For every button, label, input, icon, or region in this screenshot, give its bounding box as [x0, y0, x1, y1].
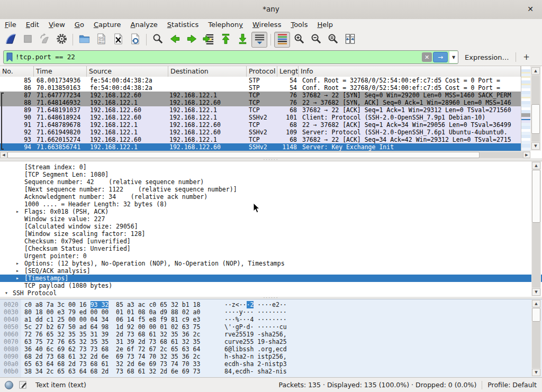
scroll-left-icon[interactable]: ◀: [0, 152, 7, 158]
detail-line[interactable]: [Checksum Status: Unverified]: [0, 245, 542, 252]
menu-analyze[interactable]: Analyze: [126, 19, 162, 31]
capture-options-button[interactable]: [53, 32, 69, 48]
expert-info-icon[interactable]: [5, 381, 13, 389]
hex-row[interactable]: 00b038 34 2c 65 63 64 68 2d 73 68 61 32 …: [0, 368, 542, 375]
colorize-button[interactable]: [274, 32, 290, 48]
expander-closed-icon[interactable]: ▸: [16, 260, 19, 267]
column-header-destination[interactable]: Destination: [168, 66, 247, 77]
packet-row[interactable]: 8871.648146932192.168.122.1192.168.122.6…: [0, 99, 521, 106]
scroll-up-icon[interactable]: ▲: [532, 162, 540, 169]
scroll-up-icon[interactable]: ▲: [532, 300, 540, 307]
column-header-length[interactable]: Length: [277, 66, 299, 77]
hex-row[interactable]: 00a065 63 64 68 2d 73 68 61 32 2d 6e 69 …: [0, 360, 542, 368]
detail-line[interactable]: Urgent pointer: 0: [0, 252, 542, 260]
stop-capture-button[interactable]: [20, 32, 35, 48]
packet-row[interactable]: 9271.661949820192.168.122.1192.168.122.6…: [0, 129, 521, 136]
scroll-thumb[interactable]: [532, 308, 540, 322]
detail-line[interactable]: [Window size scaling factor: 128]: [0, 230, 542, 238]
scroll-down-icon[interactable]: ▼: [532, 288, 540, 296]
packet-row[interactable]: 9171.648789678192.168.122.1192.168.122.6…: [0, 121, 521, 129]
hex-row[interactable]: 009068 2d 73 68 61 32 2d 6e 69 73 74 70 …: [0, 353, 542, 360]
reload-file-button[interactable]: [127, 32, 143, 48]
expander-open-icon[interactable]: ▾: [5, 289, 8, 297]
expander-closed-icon[interactable]: ▸: [16, 267, 19, 275]
auto-scroll-button[interactable]: [251, 32, 267, 48]
detail-line[interactable]: ▸[SEQ/ACK analysis]: [0, 267, 542, 275]
detail-line[interactable]: 1000 .... = Header Length: 32 bytes (8): [0, 200, 542, 208]
hex-vscrollbar[interactable]: ▲ ▼: [531, 299, 541, 377]
capture-comment-icon[interactable]: [19, 381, 27, 389]
menu-file[interactable]: File: [0, 19, 21, 31]
filter-expression-text[interactable]: !tcp.port == 22: [15, 51, 422, 63]
filter-dropdown-icon[interactable]: ▼: [449, 51, 458, 63]
menu-telephony[interactable]: Telephony: [203, 19, 248, 31]
detail-line[interactable]: TCP payload (1080 bytes): [0, 282, 542, 289]
packet-row[interactable]: 8568.001734936fe:54:00:d4:38:2aSTP54Conf…: [0, 77, 521, 84]
menu-edit[interactable]: Edit: [21, 19, 44, 31]
scroll-thumb[interactable]: [531, 104, 540, 134]
hex-row[interactable]: 0040a1 dd c1 25 00 00 04 34 06 14 f5 e8 …: [0, 316, 542, 323]
status-profile[interactable]: Profile: Default: [487, 381, 542, 389]
intelligent-scrollbar-minimap[interactable]: [521, 66, 530, 151]
detail-line[interactable]: Sequence number: 42 (relative sequence n…: [0, 178, 542, 186]
column-header-time[interactable]: Time: [34, 66, 87, 77]
column-header-source[interactable]: Source: [87, 66, 168, 77]
detail-line[interactable]: [Next sequence number: 1122 (relative se…: [0, 186, 542, 193]
go-first-button[interactable]: [218, 32, 233, 48]
menu-go[interactable]: Go: [70, 19, 89, 31]
detail-line[interactable]: Checksum: 0x79ed [unverified]: [0, 238, 542, 245]
menu-tools[interactable]: Tools: [286, 19, 312, 31]
go-forward-button[interactable]: [184, 32, 200, 48]
expander-closed-icon[interactable]: ▸: [16, 208, 19, 215]
go-back-button[interactable]: [167, 32, 183, 48]
start-capture-button[interactable]: [3, 32, 19, 48]
scroll-right-icon[interactable]: ▶: [523, 152, 530, 158]
zoom-reset-button[interactable]: [325, 32, 341, 48]
hex-row[interactable]: 007063 75 72 76 65 32 35 35 31 39 2d 73 …: [0, 338, 542, 345]
bookmark-icon[interactable]: [4, 51, 15, 63]
packet-row[interactable]: 9471.663856741192.168.122.1192.168.122.6…: [0, 143, 521, 151]
packet-list-vscrollbar[interactable]: ▲ ▼: [530, 66, 541, 151]
filter-clear-icon[interactable]: ✕: [422, 52, 432, 62]
close-icon[interactable]: ✕: [524, 0, 537, 19]
detail-line[interactable]: Window size value: 227: [0, 215, 542, 223]
menu-view[interactable]: View: [44, 19, 70, 31]
zoom-in-button[interactable]: [291, 32, 307, 48]
display-filter-input[interactable]: !tcp.port == 22 ✕ → ▼: [3, 50, 458, 64]
scroll-track[interactable]: [532, 322, 540, 368]
menu-capture[interactable]: Capture: [89, 19, 126, 31]
go-last-button[interactable]: [234, 32, 250, 48]
detail-line[interactable]: ▸Flags: 0x018 (PSH, ACK): [0, 208, 542, 215]
close-file-button[interactable]: [110, 32, 126, 48]
scroll-track[interactable]: [532, 223, 540, 288]
save-file-button[interactable]: 010101100011: [93, 32, 109, 48]
filter-apply-icon[interactable]: →: [433, 52, 448, 62]
detail-line[interactable]: [Stream index: 0]: [0, 163, 542, 171]
scroll-down-icon[interactable]: ▼: [531, 142, 540, 150]
scroll-down-icon[interactable]: ▼: [532, 369, 540, 376]
details-vscrollbar[interactable]: ▲ ▼: [531, 161, 541, 296]
scroll-thumb[interactable]: [532, 170, 540, 223]
go-to-packet-button[interactable]: [201, 32, 216, 48]
packet-row[interactable]: 9371.662015274192.168.122.60192.168.122.…: [0, 136, 521, 143]
open-file-button[interactable]: [76, 32, 92, 48]
menu-wireless[interactable]: Wireless: [248, 19, 286, 31]
restart-capture-button[interactable]: [37, 32, 52, 48]
column-header-info[interactable]: Info: [299, 66, 521, 77]
hex-row[interactable]: 008036 40 6c 69 62 73 73 68 2e 6f 72 67 …: [0, 345, 542, 353]
detail-line[interactable]: ▸Options: (12 bytes), No-Operation (NOP)…: [0, 260, 542, 267]
scroll-thumb[interactable]: [7, 152, 480, 158]
expander-closed-icon[interactable]: ▸: [16, 275, 19, 282]
detail-line[interactable]: [TCP Segment Len: 1080]: [0, 171, 542, 178]
zoom-out-button[interactable]: [308, 32, 324, 48]
resize-columns-button[interactable]: [342, 32, 358, 48]
hex-row[interactable]: 00505c 27 b2 67 50 ad 64 98 1d 92 00 00 …: [0, 323, 542, 331]
add-filter-button[interactable]: +: [521, 52, 532, 62]
detail-line[interactable]: Acknowledgment number: 34 (relative ack …: [0, 193, 542, 200]
packet-row[interactable]: 8771.647777234192.168.122.60192.168.122.…: [0, 92, 521, 99]
menu-statistics[interactable]: Statistics: [162, 19, 203, 31]
detail-line[interactable]: [Calculated window size: 29056]: [0, 223, 542, 230]
hex-row[interactable]: 0020c0 a8 7a 3c 00 16 93 32 85 a3 ac c0 …: [0, 301, 542, 308]
scroll-up-icon[interactable]: ▲: [531, 67, 540, 75]
hex-row[interactable]: 006072 76 65 32 35 35 31 39 2d 73 68 61 …: [0, 331, 542, 338]
